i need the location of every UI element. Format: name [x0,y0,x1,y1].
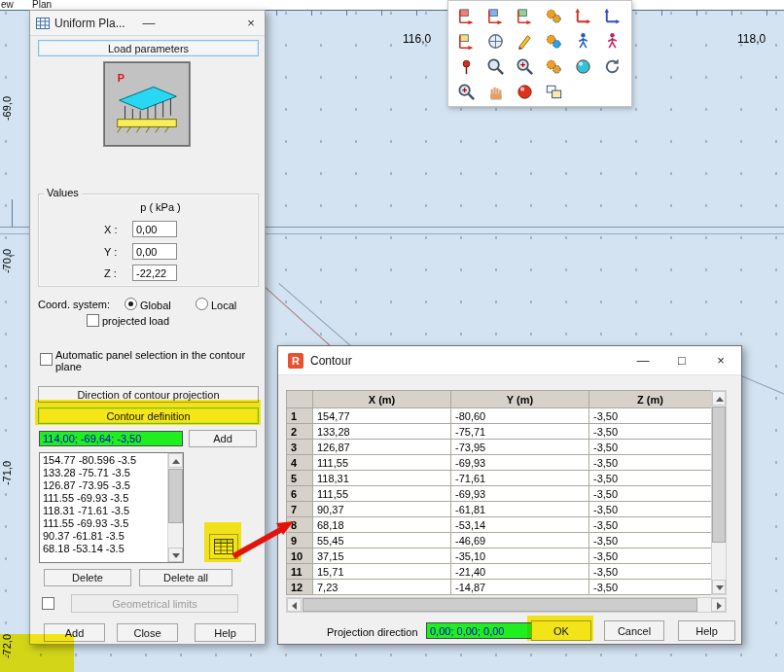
zoom-window-icon[interactable] [481,53,510,79]
table-cell[interactable]: -3,50 [589,471,712,486]
table-cell[interactable]: -21,40 [451,564,589,580]
close-dialog-button[interactable]: Close [117,623,178,642]
menu-plan[interactable]: Plan [32,0,52,10]
contour-table[interactable]: X (m)Y (m)Z (m)1154,77-80,60-3,502133,28… [286,390,712,595]
column-header[interactable]: X (m) [313,391,451,408]
render-sphere-icon[interactable] [510,79,539,104]
contour-point-item[interactable]: 126.87 -73.95 -3.5 [40,479,167,492]
table-cell[interactable]: -69,93 [451,455,589,471]
table-hscrollbar[interactable] [286,597,727,613]
table-cell[interactable]: -69,93 [451,486,589,502]
contour-minimize-button[interactable]: — [632,353,654,368]
y-input[interactable] [132,243,177,260]
table-row[interactable]: 127,23-14,87-3,50 [287,580,712,595]
view-plane-green-icon[interactable] [510,3,539,28]
z-axis-icon[interactable] [451,28,481,53]
dynamic-view-icon[interactable] [539,3,568,28]
table-cell[interactable]: -3,50 [589,502,712,517]
table-cell[interactable]: -3,50 [589,408,712,424]
table-row[interactable]: 1154,77-80,60-3,50 [287,408,712,424]
table-row[interactable]: 1037,15-35,10-3,50 [287,548,712,564]
globe-icon[interactable] [481,28,510,53]
table-cell[interactable]: -53,14 [451,517,589,533]
contour-close-button[interactable]: × [710,353,731,368]
table-cell[interactable]: 68,18 [313,517,451,533]
sphere-cyan-icon[interactable] [568,53,597,79]
table-cell[interactable]: 111,55 [313,486,451,502]
table-cell[interactable]: -75,71 [451,424,589,440]
uniform-load-titlebar[interactable]: Uniform Pla... — × [30,11,265,36]
zoom-select-icon[interactable] [510,53,539,79]
geometrical-limits-checkbox[interactable] [42,597,54,610]
window-layout-icon[interactable] [539,79,568,104]
contour-point-item[interactable]: 90.37 -61.81 -3.5 [40,530,167,543]
table-cell[interactable]: -3,50 [589,517,712,533]
contour-titlebar[interactable]: R Contour — □ × [278,346,741,375]
contour-maximize-button[interactable]: □ [671,353,693,368]
column-header[interactable]: Z (m) [589,391,712,408]
local-radio[interactable] [196,298,208,310]
table-cell[interactable]: 111,55 [313,455,451,471]
close-button[interactable]: × [241,16,261,30]
table-row[interactable]: 790,37-61,81-3,50 [287,502,712,517]
table-cell[interactable]: 133,28 [313,424,451,440]
table-row[interactable]: 2133,28-75,71-3,50 [287,424,712,440]
rotate-view-icon[interactable] [597,53,626,79]
x-input[interactable] [132,221,177,237]
table-row[interactable]: 1115,71-21,40-3,50 [287,564,712,580]
table-cell[interactable]: 15,71 [313,564,451,580]
cancel-button[interactable]: Cancel [604,620,664,641]
auto-panel-checkbox[interactable] [40,353,53,366]
insert-point-icon[interactable] [451,53,481,79]
fly-through-icon[interactable] [597,28,626,53]
menu-view[interactable]: ew [1,0,14,10]
table-cell[interactable]: -3,50 [589,455,712,471]
sketch-axes-icon[interactable] [510,28,539,53]
view-plane-blue-icon[interactable] [481,3,510,28]
contour-points-list[interactable]: 154.77 -80.596 -3.5133.28 -75.71 -3.5126… [39,452,184,563]
projected-load-checkbox[interactable] [87,314,99,327]
table-cell[interactable]: -3,50 [589,533,712,548]
projection-direction-input[interactable] [426,622,535,639]
table-cell[interactable]: -3,50 [589,440,712,455]
contour-point-item[interactable]: 68.18 -53.14 -3.5 [40,543,167,555]
direction-of-contour-projection-button[interactable]: Direction of contour projection [38,386,259,403]
contour-point-item[interactable]: 118.31 -71.61 -3.5 [40,505,167,517]
table-cell[interactable]: 154,77 [313,408,451,424]
mechanism-icon[interactable] [539,28,568,53]
table-cell[interactable]: -3,50 [589,580,712,595]
add-button[interactable]: Add [44,623,105,642]
gears-color-icon[interactable] [539,53,568,79]
table-vscrollbar[interactable] [711,390,727,595]
table-cell[interactable]: -3,50 [589,564,712,580]
walk-through-icon[interactable] [568,28,597,53]
table-cell[interactable]: 7,23 [313,580,451,595]
minimize-button[interactable]: — [139,16,159,30]
table-cell[interactable]: -73,95 [451,440,589,455]
contour-point-item[interactable]: 111.55 -69.93 -3.5 [40,517,167,530]
delete-button[interactable]: Delete [44,569,131,586]
y-axis-icon[interactable] [597,3,626,28]
table-cell[interactable]: -71,61 [451,471,589,486]
contour-point-item[interactable]: 154.77 -80.596 -3.5 [40,454,167,467]
pan-hand-icon[interactable] [481,79,510,104]
load-parameters-button[interactable]: Load parameters [38,40,259,56]
table-row[interactable]: 5118,31-71,61-3,50 [287,471,712,486]
delete-all-button[interactable]: Delete all [139,569,232,586]
help-button[interactable]: Help [195,623,256,642]
add-point-button[interactable]: Add [189,430,257,447]
table-cell[interactable]: -80,60 [451,408,589,424]
table-cell[interactable]: -46,69 [451,533,589,548]
x-axis-icon[interactable] [568,3,597,28]
table-row[interactable]: 3126,87-73,95-3,50 [287,440,712,455]
table-cell[interactable]: -3,50 [589,486,712,502]
zoom-in-icon[interactable] [451,79,481,104]
table-row[interactable]: 868,18-53,14-3,50 [287,517,712,533]
table-row[interactable]: 4111,55-69,93-3,50 [287,455,712,471]
z-input[interactable] [132,265,177,281]
table-cell[interactable]: 37,15 [313,548,451,564]
column-header[interactable]: Y (m) [451,391,589,408]
table-cell[interactable]: 118,31 [313,471,451,486]
contour-point-item[interactable]: 111.55 -69.93 -3.5 [40,492,167,505]
list-scrollbar[interactable] [167,453,183,562]
